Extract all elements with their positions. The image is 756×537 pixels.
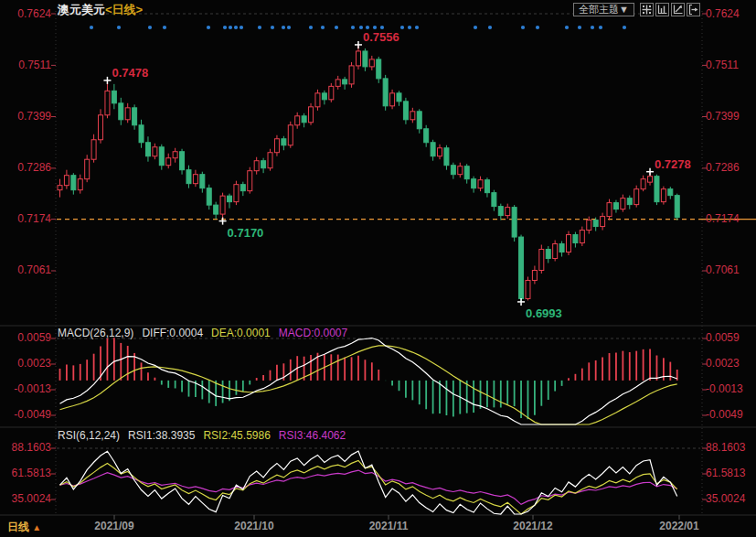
macd-macd-value: MACD:0.0007 xyxy=(279,327,347,339)
rsi-axis-label: 61.5813 xyxy=(706,467,756,479)
price-axis-label: 0.7399 xyxy=(706,110,756,123)
x-axis-date: 2021/10 xyxy=(234,520,273,532)
rsi-axis-label: 61.5813 xyxy=(2,467,51,479)
instrument-name: 澳元美元 xyxy=(58,3,105,16)
price-axis-label: 0.7399 xyxy=(2,110,51,123)
crosshair-button[interactable] xyxy=(640,3,654,16)
rsi-axis-label: 35.0024 xyxy=(706,492,756,505)
price-axis-label: 0.7174 xyxy=(2,212,51,225)
export-panel-icon xyxy=(688,5,698,15)
price-axis-label: 0.7061 xyxy=(706,263,756,276)
macd-axis-label: -0.0013 xyxy=(2,382,51,395)
axis-scale-button[interactable] xyxy=(671,3,685,16)
macd-axis-label: 0.0059 xyxy=(2,331,51,344)
price-axis-label: 0.7624 xyxy=(706,7,756,20)
x-axis-date: 2021/11 xyxy=(369,520,409,532)
chart-application: 澳元美元<日线> 全部主题▼ 0.7624 0.7511 0.7399 xyxy=(0,0,756,537)
rsi3-value: RSI3:46.4062 xyxy=(279,429,346,442)
macd-axis-label: 0.0059 xyxy=(706,331,756,344)
ref-price-label: 0.7174 xyxy=(706,212,756,225)
tab-timeframe-daily[interactable]: 日线 ▲ xyxy=(7,520,41,535)
x-axis-date: 2021/09 xyxy=(94,520,133,532)
rsi-axis-label: 35.0024 xyxy=(2,492,51,505)
indicator-window-button[interactable] xyxy=(655,3,669,16)
price-annotation: 0.7278 xyxy=(655,157,691,171)
theme-dropdown[interactable]: 全部主题▼ xyxy=(573,3,634,16)
macd-axis-label: 0.0023 xyxy=(706,357,756,370)
price-axis-label: 0.7286 xyxy=(706,161,756,174)
macd-header: MACD(26,12,9) DIFF:0.0004 DEA:0.0001 MAC… xyxy=(58,327,347,339)
price-annotation: 0.7478 xyxy=(112,66,148,80)
macd-axis-label: -0.0013 xyxy=(706,382,756,395)
crosshair-icon xyxy=(642,5,652,15)
price-axis-label: 0.7511 xyxy=(706,59,756,71)
export-panel-button[interactable] xyxy=(687,3,700,16)
macd-dea-value: DEA:0.0001 xyxy=(211,327,271,339)
price-axis-label: 0.7061 xyxy=(2,263,51,276)
x-axis-date: 2021/12 xyxy=(513,520,552,532)
rsi-axis-label: 88.1603 xyxy=(2,441,51,454)
chevron-up-icon: ▲ xyxy=(32,522,41,532)
macd-axis-label: 0.0023 xyxy=(2,357,51,370)
rsi-axis-label: 88.1603 xyxy=(706,441,756,454)
macd-diff-value: DIFF:0.0004 xyxy=(142,327,203,339)
price-axis-label: 0.7286 xyxy=(2,161,51,174)
price-axis-label: 0.7511 xyxy=(2,59,51,71)
x-axis-date: 2022/01 xyxy=(659,520,698,532)
rsi2-value: RSI2:45.5986 xyxy=(203,429,270,442)
price-annotation: 0.6993 xyxy=(526,306,562,320)
macd-axis-label: -0.0049 xyxy=(2,408,51,421)
timeframe-label: <日线> xyxy=(105,3,143,16)
rsi1-value: RSI1:38.3935 xyxy=(128,429,195,442)
indicator-window-icon xyxy=(657,5,667,15)
chart-canvas[interactable] xyxy=(0,0,756,537)
price-annotation: 0.7170 xyxy=(228,226,264,240)
price-annotation: 0.7556 xyxy=(363,30,399,44)
macd-name: MACD(26,12,9) xyxy=(58,327,133,339)
rsi-name: RSI(6,12,24) xyxy=(58,429,120,442)
axis-scale-icon xyxy=(673,5,683,15)
rsi-header: RSI(6,12,24) RSI1:38.3935 RSI2:45.5986 R… xyxy=(58,429,346,442)
macd-axis-label: -0.0049 xyxy=(706,408,756,421)
price-axis-label: 0.7624 xyxy=(2,7,51,20)
page-title: 澳元美元<日线> xyxy=(58,2,143,18)
